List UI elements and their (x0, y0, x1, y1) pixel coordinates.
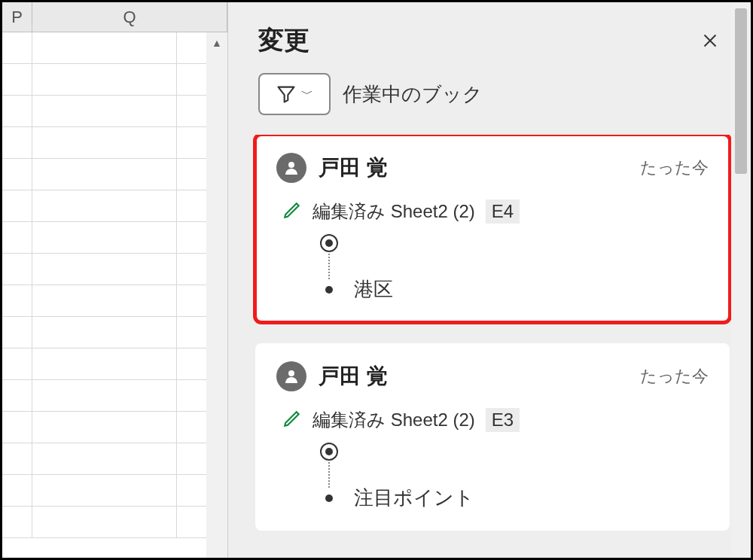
changes-panel: 変更 ﹀ 作業中のブック 戸田 覚 たった今 (228, 2, 751, 558)
diff-new-marker-icon (325, 286, 333, 294)
panel-vertical-scrollbar[interactable] (731, 2, 751, 558)
filter-button[interactable]: ﹀ (258, 73, 331, 115)
change-new-value: 港区 (354, 276, 393, 303)
cell-reference[interactable]: E4 (486, 199, 520, 224)
change-action-label: 編集済み Sheet2 (2) (312, 408, 475, 432)
scrollbar-thumb[interactable] (735, 8, 747, 174)
change-card[interactable]: 戸田 覚 たった今 編集済み Sheet2 (2) E3 (255, 343, 730, 531)
diff-connector-icon (328, 462, 330, 488)
change-diff: 港区 (276, 234, 709, 303)
change-card[interactable]: 戸田 覚 たった今 編集済み Sheet2 (2) E4 (255, 135, 730, 322)
cell-reference[interactable]: E3 (486, 408, 520, 432)
diff-new-marker-icon (325, 495, 333, 502)
close-panel-button[interactable] (695, 26, 725, 56)
chevron-down-icon: ﹀ (301, 87, 313, 102)
spreadsheet-area[interactable]: P Q ▲ (2, 2, 228, 558)
column-header-p[interactable]: P (2, 2, 32, 32)
change-time: たった今 (640, 365, 709, 388)
change-new-value: 注目ポイント (354, 485, 474, 511)
filter-scope-label: 作業中のブック (343, 81, 483, 108)
funnel-icon (276, 84, 297, 105)
scroll-up-icon[interactable]: ▲ (206, 32, 227, 53)
avatar (276, 153, 306, 183)
pencil-icon (282, 409, 302, 431)
person-icon (282, 367, 300, 385)
diff-connector-icon (328, 254, 330, 279)
column-headers: P Q (2, 2, 227, 32)
panel-title: 変更 (258, 23, 309, 58)
change-author: 戸田 覚 (319, 154, 388, 182)
svg-point-3 (288, 370, 294, 376)
diff-old-marker-icon (320, 443, 338, 461)
scrollbar-track[interactable] (206, 53, 227, 558)
sheet-vertical-scrollbar[interactable]: ▲ (206, 32, 227, 558)
change-time: たった今 (640, 157, 709, 179)
avatar (276, 361, 306, 391)
spreadsheet-grid[interactable] (2, 32, 227, 538)
person-icon (282, 159, 300, 177)
change-author: 戸田 覚 (319, 362, 388, 391)
svg-point-2 (288, 162, 294, 168)
change-action-label: 編集済み Sheet2 (2) (312, 199, 475, 224)
pencil-icon (282, 200, 302, 223)
diff-old-marker-icon (320, 234, 338, 252)
column-header-q[interactable]: Q (32, 2, 227, 32)
close-icon (703, 33, 718, 48)
change-diff: 注目ポイント (276, 443, 709, 511)
